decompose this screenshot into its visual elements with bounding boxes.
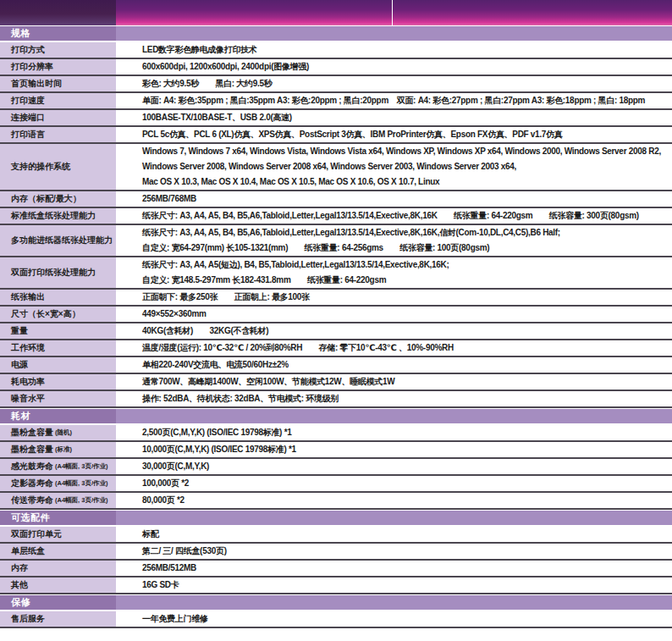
- row-value-line: 彩色: 大约9.5秒 黑白: 大约9.5秒: [142, 76, 669, 91]
- row-label-text: 打印速度: [11, 95, 45, 107]
- row-label: 耗电功率: [0, 374, 116, 390]
- row-value: 80,000页 *2: [119, 493, 672, 508]
- spec-row: 连接端口100BASE-TX/10BASE-T、USB 2.0(高速): [0, 110, 672, 127]
- row-label: 支持的操作系统: [0, 144, 116, 190]
- row-value: 100BASE-TX/10BASE-T、USB 2.0(高速): [119, 110, 672, 125]
- row-value: 2,500页(C,M,Y,K) (ISO/IEC 19798标准) *1: [119, 425, 672, 440]
- row-label: 标准纸盒纸张处理能力: [0, 208, 116, 224]
- row-value-line: 100BASE-TX/10BASE-T、USB 2.0(高速): [142, 110, 669, 125]
- row-value: 通常700W、高峰期1400W、空闲100W、节能模式12W、睡眠模式1W: [119, 374, 672, 390]
- row-value-line: 单相220-240V交流电、电流50/60Hz±2%: [142, 357, 669, 373]
- spec-row: 电源单相220-240V交流电、电流50/60Hz±2%: [0, 357, 672, 374]
- row-value-line: PCL 5c仿真、PCL 6 (XL)仿真、XPS仿真、PostScript 3…: [142, 127, 669, 142]
- row-value: PCL 5c仿真、PCL 6 (XL)仿真、XPS仿真、PostScript 3…: [119, 127, 672, 142]
- row-label: 内存（标配/最大）: [0, 191, 116, 207]
- row-label-text: 首页输出时间: [11, 78, 62, 90]
- row-value-line: 纸张尺寸: A3, A4, A5(短边), B4, B5,Tabloid,Let…: [142, 257, 669, 273]
- row-label-text: 打印语言: [11, 129, 45, 141]
- row-value-line: 40KG(含耗材) 32KG(不含耗材): [142, 323, 669, 339]
- spec-row: 内存256MB/512MB: [0, 561, 672, 577]
- row-value: 10,000页(C,M,Y,K) (ISO/IEC 19798标准) *1: [119, 442, 672, 457]
- row-label: 感光鼓寿命(A4幅面, 3页/作业): [0, 459, 116, 474]
- row-label: 首页输出时间: [0, 76, 116, 91]
- row-label-text: 双面打印纸张处理能力: [11, 267, 96, 279]
- row-value-line: 第二/ 三/ 四纸盒(530页): [142, 544, 669, 559]
- spec-row: 工作环境温度/湿度(运行): 10℃-32℃ / 20%到80%RH 存储: 零…: [0, 340, 672, 357]
- row-value: 第二/ 三/ 四纸盒(530页): [119, 544, 672, 559]
- row-value-line: 10,000页(C,M,Y,K) (ISO/IEC 19798标准) *1: [142, 442, 669, 457]
- row-label: 单层纸盒: [0, 544, 116, 559]
- row-value-line: 100,000页 *2: [142, 476, 669, 491]
- row-value-line: 16G SD卡: [142, 577, 669, 593]
- row-label: 售后服务: [0, 611, 116, 627]
- row-value: 彩色: 大约9.5秒 黑白: 大约9.5秒: [119, 76, 672, 91]
- row-label: 传送带寿命(A4幅面, 3页/作业): [0, 493, 116, 508]
- row-value: 单相220-240V交流电、电流50/60Hz±2%: [119, 357, 672, 373]
- row-label-text: 标准纸盒纸张处理能力: [11, 210, 96, 222]
- row-value: 100,000页 *2: [119, 476, 672, 491]
- row-label-note: (标准): [55, 445, 72, 454]
- spec-row: 多功能进纸器纸张处理能力纸张尺寸: A3, A4, A5, B4, B5,A6,…: [0, 225, 672, 257]
- spec-row: 支持的操作系统Windows 7, Windows 7 x64, Windows…: [0, 144, 672, 191]
- row-label: 多功能进纸器纸张处理能力: [0, 225, 116, 256]
- row-value: 单面: A4: 彩色:35ppm ; 黑白:35ppm A3: 彩色:20ppm…: [119, 93, 672, 108]
- spec-row: 内存（标配/最大）256MB/768MB: [0, 191, 672, 208]
- spec-row: 打印语言PCL 5c仿真、PCL 6 (XL)仿真、XPS仿真、PostScri…: [0, 127, 672, 144]
- row-value: 16G SD卡: [119, 577, 672, 593]
- row-label-text: 双面打印单元: [11, 528, 62, 540]
- spec-row: 单层纸盒第二/ 三/ 四纸盒(530页): [0, 544, 672, 561]
- row-label-text: 支持的操作系统: [11, 161, 70, 173]
- spec-table: 规格打印方式LED数字彩色静电成像打印技术打印分辨率600x600dpi, 12…: [0, 26, 672, 628]
- section-header-fill: [116, 26, 672, 41]
- row-value-line: Windows 7, Windows 7 x64, Windows Vista,…: [142, 144, 669, 159]
- spec-row: 售后服务一年免费上门维修: [0, 611, 672, 628]
- row-label-text: 感光鼓寿命: [11, 461, 53, 472]
- row-label: 噪音水平: [0, 391, 116, 406]
- row-label: 其他: [0, 577, 116, 593]
- row-value-line: 256MB/768MB: [142, 191, 669, 207]
- spec-row: 首页输出时间彩色: 大约9.5秒 黑白: 大约9.5秒: [0, 76, 672, 93]
- spec-row: 传送带寿命(A4幅面, 3页/作业)80,000页 *2: [0, 493, 672, 510]
- row-label-text: 多功能进纸器纸张处理能力: [11, 235, 113, 246]
- top-banner: [0, 0, 672, 25]
- spec-row: 标准纸盒纸张处理能力纸张尺寸: A3, A4, A5, B4, B5,A6,Ta…: [0, 208, 672, 225]
- spec-row: 感光鼓寿命(A4幅面, 3页/作业)30,000页(C,M,Y,K): [0, 459, 672, 476]
- row-value-line: 操作: 52dBA、待机状态: 32dBA、节电模式: 环境级别: [142, 391, 669, 406]
- spec-row: 其他16G SD卡: [0, 577, 672, 594]
- section-title: 可选配件: [0, 511, 116, 525]
- printer-spec-sheet: 规格打印方式LED数字彩色静电成像打印技术打印分辨率600x600dpi, 12…: [0, 0, 672, 641]
- row-label-text: 其他: [11, 579, 28, 591]
- row-label: 打印语言: [0, 127, 116, 142]
- row-label-note: (随机): [55, 428, 72, 437]
- row-value-line: 600x600dpi, 1200x600dpi, 2400dpi(图像增强): [142, 59, 669, 75]
- row-value: 256MB/512MB: [119, 561, 672, 576]
- row-value-line: 256MB/512MB: [142, 561, 669, 576]
- row-value-line: 单面: A4: 彩色:35ppm ; 黑白:35ppm A3: 彩色:20ppm…: [142, 93, 669, 108]
- spec-row: 定影器寿命(A4幅面, 3页/作业)100,000页 *2: [0, 476, 672, 493]
- row-label-text: 打印分辨率: [11, 61, 53, 73]
- row-value: LED数字彩色静电成像打印技术: [119, 42, 672, 58]
- spec-row: 墨粉盒容量(随机)2,500页(C,M,Y,K) (ISO/IEC 19798标…: [0, 425, 672, 442]
- spec-row: 耗电功率通常700W、高峰期1400W、空闲100W、节能模式12W、睡眠模式1…: [0, 374, 672, 391]
- section-header-fill: [116, 409, 672, 423]
- row-label: 打印方式: [0, 42, 116, 58]
- row-label: 双面打印纸张处理能力: [0, 257, 116, 288]
- row-label: 电源: [0, 357, 116, 373]
- row-label-text: 纸张输出: [11, 291, 45, 303]
- spec-row: 双面打印纸张处理能力纸张尺寸: A3, A4, A5(短边), B4, B5,T…: [0, 257, 672, 290]
- section-header-fill: [116, 595, 672, 610]
- row-value-line: Mac OS X 10.3, Mac OS X 10.4, Mac OS X 1…: [142, 174, 669, 190]
- row-value: 30,000页(C,M,Y,K): [119, 459, 672, 474]
- row-label-text: 内存（标配/最大）: [11, 193, 81, 205]
- spec-row: 打印方式LED数字彩色静电成像打印技术: [0, 42, 672, 59]
- section-header: 保修: [0, 595, 672, 610]
- row-label-text: 传送带寿命: [11, 495, 53, 506]
- section-header-fill: [116, 511, 672, 525]
- section-header: 可选配件: [0, 511, 672, 525]
- row-label-text: 单层纸盒: [11, 545, 45, 557]
- spec-row: 双面打印单元标配: [0, 527, 672, 544]
- section-title: 规格: [0, 26, 116, 41]
- row-value-line: 温度/湿度(运行): 10℃-32℃ / 20%到80%RH 存储: 零下10℃…: [142, 340, 669, 356]
- spec-row: 噪音水平操作: 52dBA、待机状态: 32dBA、节电模式: 环境级别: [0, 391, 672, 408]
- row-value-line: LED数字彩色静电成像打印技术: [142, 42, 669, 58]
